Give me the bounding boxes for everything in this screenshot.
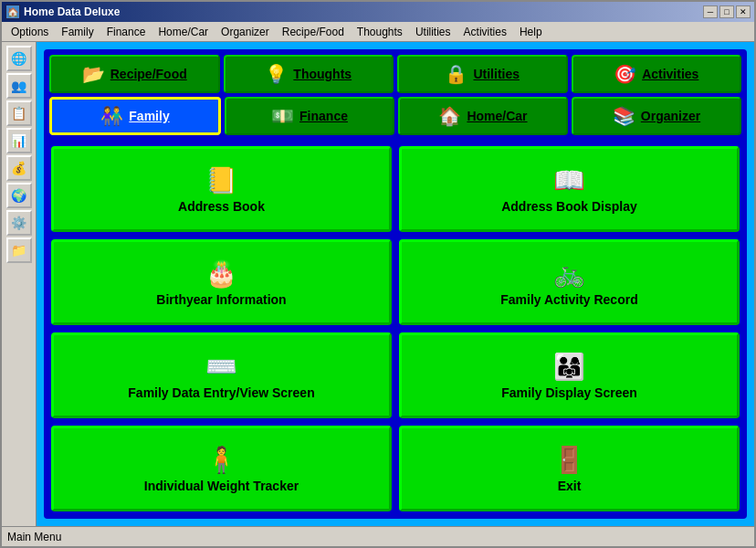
main-content: 📂 Recipe/Food 💡 Thoughts 🔒 Utilities 🎯 A… [37, 42, 754, 526]
sidebar-btn-7[interactable]: ⚙️ [6, 210, 32, 236]
family-display-screen-button[interactable]: 👨‍👩‍👧 Family Display Screen [399, 332, 740, 418]
tab-homecar[interactable]: 🏠 Home/Car [398, 97, 568, 135]
homecar-icon: 🏠 [438, 105, 461, 127]
window-title: Home Data Deluxe [24, 5, 120, 18]
sidebar-btn-6[interactable]: 🌍 [6, 183, 32, 208]
tab-thoughts-label: Thoughts [293, 67, 352, 81]
family-display-icon: 👨‍👩‍👧 [553, 352, 585, 382]
app-body: 🌐 👥 📋 📊 💰 🌍 ⚙️ 📁 📂 Recipe/Food 💡 [2, 42, 754, 526]
sidebar-btn-3[interactable]: 📋 [6, 100, 32, 126]
sidebar-btn-1[interactable]: 🌐 [6, 46, 32, 71]
activities-icon: 🎯 [614, 63, 636, 85]
menu-activities[interactable]: Activities [458, 24, 512, 40]
finance-icon: 💵 [271, 105, 294, 127]
menu-help[interactable]: Help [514, 24, 548, 40]
sidebar-btn-2[interactable]: 👥 [6, 73, 32, 99]
nav-row-1: 📂 Recipe/Food 💡 Thoughts 🔒 Utilities 🎯 A… [49, 55, 741, 93]
menu-options[interactable]: Options [5, 24, 54, 40]
menu-finance[interactable]: Finance [101, 24, 152, 40]
main-window: 🏠 Home Data Deluxe ─ □ ✕ Options Family … [0, 0, 756, 548]
tab-recipe-food-label: Recipe/Food [110, 67, 187, 81]
tab-organizer[interactable]: 📚 Organizer [572, 97, 741, 135]
tab-utilities-label: Utilities [473, 67, 520, 81]
address-book-display-icon: 📖 [553, 165, 585, 195]
family-data-entry-label: Family Data Entry/View Screen [128, 385, 314, 400]
family-activity-record-button[interactable]: 🚲 Family Activity Record [399, 239, 740, 325]
family-data-entry-icon: ⌨️ [205, 352, 237, 382]
exit-label: Exit [558, 479, 582, 493]
app-icon: 🏠 [5, 5, 20, 19]
sidebar: 🌐 👥 📋 📊 💰 🌍 ⚙️ 📁 [2, 42, 37, 526]
maximize-button[interactable]: □ [719, 5, 734, 18]
address-book-label: Address Book [178, 199, 265, 214]
family-icon: 👫 [100, 105, 123, 127]
menu-organizer[interactable]: Organizer [215, 24, 275, 40]
address-book-icon: 📒 [205, 165, 237, 195]
exit-icon: 🚪 [553, 445, 585, 475]
nav-tabs: 📂 Recipe/Food 💡 Thoughts 🔒 Utilities 🎯 A… [44, 49, 747, 139]
address-book-display-label: Address Book Display [501, 199, 637, 214]
weight-tracker-icon: 🧍 [205, 445, 237, 475]
close-button[interactable]: ✕ [736, 5, 751, 18]
minimize-button[interactable]: ─ [703, 5, 718, 18]
menu-recipefood[interactable]: Recipe/Food [277, 24, 350, 40]
tab-utilities[interactable]: 🔒 Utilities [397, 55, 568, 93]
family-data-entry-button[interactable]: ⌨️ Family Data Entry/View Screen [51, 332, 392, 418]
sidebar-btn-4[interactable]: 📊 [6, 128, 32, 153]
individual-weight-tracker-button[interactable]: 🧍 Individual Weight Tracker [51, 426, 392, 511]
thoughts-icon: 💡 [265, 63, 288, 85]
status-text: Main Menu [7, 531, 61, 543]
tab-recipe-food[interactable]: 📂 Recipe/Food [49, 55, 220, 93]
birthyear-information-button[interactable]: 🎂 Birthyear Information [51, 239, 392, 325]
menu-homecar[interactable]: Home/Car [152, 24, 214, 40]
address-book-display-button[interactable]: 📖 Address Book Display [399, 146, 740, 232]
tab-organizer-label: Organizer [641, 109, 700, 123]
menu-bar: Options Family Finance Home/Car Organize… [2, 22, 754, 42]
organizer-icon: 📚 [613, 105, 635, 127]
title-bar-buttons: ─ □ ✕ [703, 5, 751, 18]
tab-homecar-label: Home/Car [467, 109, 527, 123]
tab-activities[interactable]: 🎯 Activities [572, 55, 742, 93]
content-panel: 📒 Address Book 📖 Address Book Display 🎂 … [44, 139, 747, 519]
utilities-icon: 🔒 [445, 63, 467, 85]
recipe-food-icon: 📂 [82, 63, 105, 85]
tab-activities-label: Activities [642, 67, 698, 81]
tab-finance[interactable]: 💵 Finance [225, 97, 394, 135]
title-bar: 🏠 Home Data Deluxe ─ □ ✕ [2, 2, 754, 22]
birthyear-icon: 🎂 [205, 258, 237, 289]
birthyear-label: Birthyear Information [156, 292, 286, 307]
title-bar-left: 🏠 Home Data Deluxe [5, 5, 120, 19]
menu-thoughts[interactable]: Thoughts [352, 24, 408, 40]
menu-utilities[interactable]: Utilities [410, 24, 457, 40]
family-display-label: Family Display Screen [501, 385, 637, 400]
tab-thoughts[interactable]: 💡 Thoughts [224, 55, 394, 93]
status-bar: Main Menu [2, 526, 754, 546]
exit-button[interactable]: 🚪 Exit [399, 426, 740, 511]
sidebar-btn-5[interactable]: 💰 [6, 155, 32, 181]
nav-row-2: 👫 Family 💵 Finance 🏠 Home/Car 📚 Organize… [49, 97, 741, 135]
menu-family[interactable]: Family [56, 24, 99, 40]
tab-family-label: Family [129, 109, 169, 123]
family-activity-icon: 🚲 [553, 258, 585, 289]
tab-family[interactable]: 👫 Family [49, 97, 221, 135]
family-activity-label: Family Activity Record [500, 292, 637, 307]
tab-finance-label: Finance [299, 109, 348, 123]
sidebar-btn-8[interactable]: 📁 [6, 237, 32, 263]
weight-tracker-label: Individual Weight Tracker [144, 479, 299, 493]
address-book-button[interactable]: 📒 Address Book [51, 146, 392, 232]
